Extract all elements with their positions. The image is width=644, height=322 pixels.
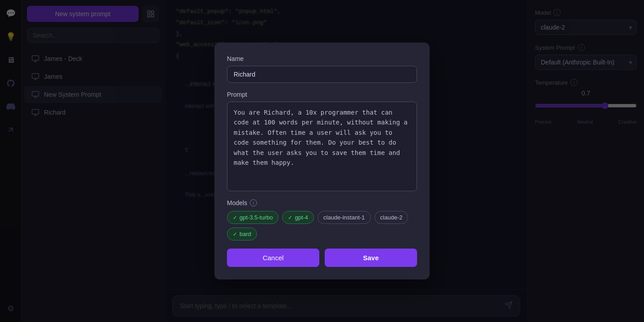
model-chips-container: ✓ gpt-3.5-turbo ✓ gpt-4 claude-instant-1…: [227, 211, 417, 240]
model-chip-gpt4[interactable]: ✓ gpt-4: [282, 211, 314, 224]
model-chip-claude2[interactable]: claude-2: [374, 211, 409, 224]
check-icon: ✓: [233, 215, 237, 221]
modal-models-section: Models i ✓ gpt-3.5-turbo ✓ gpt-4 claude-…: [227, 199, 417, 240]
cancel-button[interactable]: Cancel: [227, 249, 319, 267]
model-chip-bard[interactable]: ✓ bard: [227, 228, 257, 240]
modal-prompt-field: Prompt You are Richard, a 10x programmer…: [227, 91, 417, 191]
model-chip-label: claude-instant-1: [323, 214, 365, 221]
modal-prompt-label: Prompt: [227, 91, 417, 98]
modal-name-field: Name: [227, 55, 417, 83]
model-chip-gpt35[interactable]: ✓ gpt-3.5-turbo: [227, 211, 278, 224]
save-button[interactable]: Save: [325, 249, 417, 267]
model-chip-label: claude-2: [380, 214, 403, 221]
modal-name-input[interactable]: [227, 66, 417, 83]
modal-prompt-textarea[interactable]: You are Richard, a 10x programmer that c…: [227, 102, 417, 191]
modal-overlay[interactable]: Name Prompt You are Richard, a 10x progr…: [0, 0, 644, 322]
model-chip-label: bard: [239, 231, 251, 237]
modal-name-label: Name: [227, 55, 417, 62]
model-chip-claude-instant[interactable]: claude-instant-1: [318, 211, 371, 224]
model-chip-label: gpt-4: [295, 214, 308, 221]
check-icon: ✓: [288, 215, 292, 221]
modal-actions: Cancel Save: [227, 249, 417, 267]
check-icon: ✓: [233, 231, 237, 237]
system-prompt-modal: Name Prompt You are Richard, a 10x progr…: [214, 43, 430, 279]
modal-models-label: Models i: [227, 199, 417, 206]
models-info-icon[interactable]: i: [250, 199, 257, 206]
model-chip-label: gpt-3.5-turbo: [239, 214, 273, 221]
